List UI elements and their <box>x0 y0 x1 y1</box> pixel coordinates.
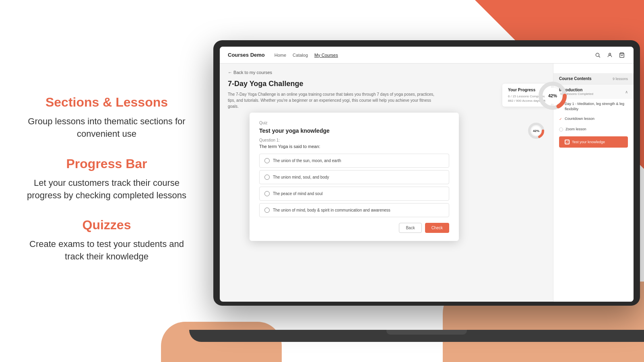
feature-progress: Progress Bar Let your customers track th… <box>24 156 189 202</box>
navbar: Courses Demo Home Catalog My Courses <box>220 47 634 64</box>
nav-link-mycourses[interactable]: My Courses <box>314 53 338 58</box>
quiz-radio-4[interactable] <box>264 208 270 213</box>
feature-progress-title: Progress Bar <box>24 156 189 171</box>
quiz-option-4-text: The union of mind, body & spirit in comm… <box>273 208 390 212</box>
course-title: 7-Day Yoga Challenge <box>228 80 545 88</box>
feature-sections-title: Sections & Lessons <box>24 95 189 110</box>
svg-point-0 <box>596 53 599 56</box>
quiz-actions: Back Check <box>259 223 449 233</box>
quiz-option-3-text: The peace of mind and soul <box>273 191 322 196</box>
lesson-item-2[interactable]: ✓ Countdown lesson <box>553 114 634 124</box>
quiz-question-text: The term Yoga is said to mean: <box>259 144 449 149</box>
course-desc: The 7-Day Yoga Challenge is an online yo… <box>228 91 437 109</box>
svg-line-1 <box>599 56 600 57</box>
nav-link-home[interactable]: Home <box>275 53 286 58</box>
donut-large-chart: 42% <box>537 80 553 112</box>
progress-donut-large: 42% <box>537 80 553 112</box>
lesson-text-1: Day 1 - Meditation, leg strength & leg f… <box>565 101 628 111</box>
svg-point-2 <box>609 53 611 55</box>
search-icon[interactable] <box>594 51 601 59</box>
feature-quizzes-title: Quizzes <box>24 218 189 232</box>
quiz-back-button[interactable]: Back <box>399 223 421 233</box>
quiz-radio-1[interactable] <box>264 158 270 163</box>
test-check-icon: ✓ <box>565 140 570 144</box>
lessons-count: 9 lessons <box>613 77 628 81</box>
quiz-label: Quiz <box>259 121 449 125</box>
test-button-label: Test your knowledge <box>572 140 605 144</box>
quiz-option-2[interactable]: The union mind, soul, and body <box>259 170 449 184</box>
feature-progress-desc: Let your customers track their course pr… <box>24 177 189 202</box>
lesson-text-2: Countdown lesson <box>565 116 594 121</box>
quiz-radio-2[interactable] <box>264 175 270 180</box>
donut-small-chart: 42% <box>527 122 545 140</box>
donut-small-label: 42% <box>533 129 539 133</box>
check-icon-2: ✓ <box>559 117 562 122</box>
quiz-question-label: Question 1: <box>259 138 449 142</box>
donut-large-label: 42% <box>548 93 553 98</box>
nav-icons <box>594 51 625 59</box>
user-icon[interactable] <box>606 51 613 59</box>
left-panel: Sections & Lessons Group lessons into th… <box>0 0 213 362</box>
feature-sections: Sections & Lessons Group lessons into th… <box>24 95 189 140</box>
feature-quizzes-desc: Create exams to test your students and t… <box>24 238 189 263</box>
quiz-radio-3[interactable] <box>264 191 270 196</box>
radio-icon-3 <box>559 128 563 132</box>
feature-quizzes: Quizzes Create exams to test your studen… <box>24 218 189 263</box>
quiz-option-1-text: The union of the sun, moon, and earth <box>273 158 341 163</box>
cart-icon[interactable] <box>618 51 625 59</box>
quiz-option-1[interactable]: The union of the sun, moon, and earth <box>259 154 449 168</box>
quiz-overlay: Quiz Test your yoga knowledge Question 1… <box>250 113 459 241</box>
lesson-item-3[interactable]: Zoom lesson <box>553 124 634 134</box>
lesson-text-3: Zoom lesson <box>566 127 586 132</box>
back-link[interactable]: Back to my courses <box>228 70 545 75</box>
laptop-device: Courses Demo Home Catalog My Courses <box>213 40 644 342</box>
chevron-up-icon: ∧ <box>625 90 628 94</box>
quiz-option-4[interactable]: The union of mind, body & spirit in comm… <box>259 203 449 217</box>
quiz-title: Test your yoga knowledge <box>259 128 449 134</box>
nav-brand: Courses Demo <box>228 52 265 58</box>
nav-link-catalog[interactable]: Catalog <box>293 53 308 58</box>
nav-links: Home Catalog My Courses <box>275 53 338 58</box>
test-knowledge-button[interactable]: ✓ Test your knowledge <box>559 136 628 148</box>
progress-card: Your Progress 6 / 15 Lessons Completed 8… <box>502 84 551 107</box>
progress-donut-small-wrapper: 42% <box>527 122 545 140</box>
laptop-base <box>189 330 644 342</box>
quiz-check-button[interactable]: Check <box>425 223 449 233</box>
quiz-option-3[interactable]: The peace of mind and soul <box>259 187 449 201</box>
quiz-option-2-text: The union mind, soul, and body <box>273 175 329 179</box>
feature-sections-desc: Group lessons into thematic sections for… <box>24 115 189 140</box>
